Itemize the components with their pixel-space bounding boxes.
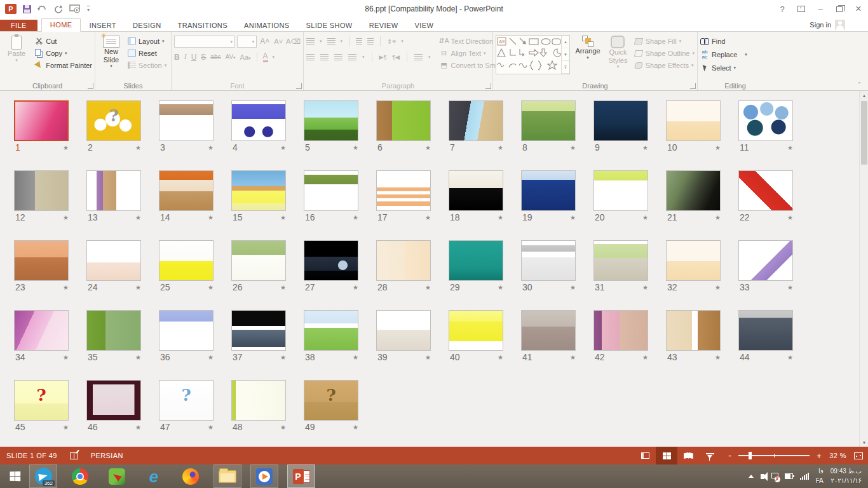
subscript-button[interactable]: abc (210, 53, 220, 60)
slide-thumbnail-25[interactable] (159, 240, 214, 281)
slide-thumbnail-16[interactable] (304, 170, 358, 211)
redo-icon[interactable] (54, 5, 63, 13)
cut-button[interactable]: Cut (34, 35, 92, 47)
transition-star-icon[interactable]: ★ (280, 144, 286, 151)
slide-thumbnail-35[interactable] (86, 310, 141, 351)
increase-indent-button[interactable] (367, 38, 374, 44)
taskbar-file-explorer[interactable] (214, 464, 241, 488)
slide-thumbnail-11[interactable] (738, 100, 793, 141)
normal-view-button[interactable] (634, 447, 656, 464)
transition-star-icon[interactable]: ★ (135, 354, 141, 361)
slide-thumbnail-49[interactable]: ? (304, 380, 358, 421)
underline-button[interactable]: U (191, 53, 197, 62)
slide-thumbnail-6[interactable] (376, 100, 431, 141)
transition-star-icon[interactable]: ★ (208, 144, 214, 151)
transition-star-icon[interactable]: ★ (135, 424, 141, 431)
slide-thumbnail-12[interactable] (14, 170, 69, 211)
transition-star-icon[interactable]: ★ (425, 144, 431, 151)
spell-check-button[interactable] (64, 447, 85, 464)
character-spacing-button[interactable]: AV▾ (225, 53, 235, 60)
gallery-scroll-up-icon[interactable]: ▲ (562, 36, 569, 48)
transition-star-icon[interactable]: ★ (498, 354, 503, 361)
section-button[interactable]: Section▾ (127, 59, 166, 71)
font-name-combo[interactable]: ▾ (174, 36, 235, 48)
transition-star-icon[interactable]: ★ (715, 144, 721, 151)
collapse-ribbon-button[interactable]: ⌃ (857, 81, 862, 88)
slide-thumbnail-4[interactable] (231, 100, 286, 141)
slide-thumbnail-13[interactable] (86, 170, 141, 211)
slide-thumbnail-42[interactable] (593, 310, 648, 351)
start-from-beginning-icon[interactable] (69, 4, 81, 13)
slide-thumbnail-43[interactable] (666, 310, 721, 351)
transition-star-icon[interactable]: ★ (353, 424, 358, 431)
transition-star-icon[interactable]: ★ (353, 214, 358, 221)
vertical-scrollbar[interactable]: ▲ ▼ (859, 91, 868, 447)
transition-star-icon[interactable]: ★ (425, 214, 431, 221)
slide-thumbnail-47[interactable]: ? (159, 380, 214, 421)
align-center-button[interactable] (320, 54, 329, 60)
transition-star-icon[interactable]: ★ (787, 284, 793, 291)
bullets-button[interactable] (306, 38, 315, 44)
tab-home[interactable]: HOME (41, 18, 81, 32)
slide-thumbnail-3[interactable] (159, 100, 214, 141)
slide-thumbnail-39[interactable] (376, 310, 431, 351)
scrollbar-thumb[interactable] (861, 101, 867, 165)
slide-thumbnail-24[interactable] (86, 240, 141, 281)
shapes-gallery-scrollbar[interactable]: ▲ ▼ ⊽ (561, 36, 569, 74)
transition-star-icon[interactable]: ★ (498, 144, 503, 151)
tab-view[interactable]: VIEW (406, 20, 442, 32)
format-painter-button[interactable]: Format Painter (34, 59, 92, 71)
transition-star-icon[interactable]: ★ (570, 214, 576, 221)
columns-button[interactable] (414, 54, 423, 60)
slide-thumbnail-36[interactable] (159, 310, 214, 351)
transition-star-icon[interactable]: ★ (715, 284, 721, 291)
arrange-button[interactable]: Arrange▾ (574, 34, 602, 74)
transition-star-icon[interactable]: ★ (353, 144, 358, 151)
transition-star-icon[interactable]: ★ (63, 354, 69, 361)
transition-star-icon[interactable]: ★ (208, 284, 214, 291)
left-to-right-button[interactable]: ▶¶ (379, 54, 387, 60)
slide-thumbnail-14[interactable] (159, 170, 214, 211)
slide-thumbnail-44[interactable] (738, 310, 793, 351)
increase-font-size-button[interactable]: A˄ (259, 36, 271, 48)
slide-thumbnail-29[interactable] (449, 240, 503, 281)
language-indicator[interactable]: PERSIAN (85, 447, 130, 464)
volume-icon[interactable] (761, 474, 764, 479)
font-dialog-launcher[interactable] (296, 83, 302, 89)
transition-star-icon[interactable]: ★ (280, 354, 286, 361)
transition-star-icon[interactable]: ★ (570, 354, 576, 361)
transition-star-icon[interactable]: ★ (570, 144, 576, 151)
clipboard-dialog-launcher[interactable] (88, 83, 93, 89)
slide-thumbnail-45[interactable]: ? (14, 380, 69, 421)
save-icon[interactable] (23, 5, 31, 13)
slide-sorter-view-button[interactable] (656, 447, 677, 464)
transition-star-icon[interactable]: ★ (208, 354, 214, 361)
transition-star-icon[interactable]: ★ (642, 214, 648, 221)
copy-button[interactable]: Copy▾ (34, 47, 92, 59)
slide-thumbnail-40[interactable] (449, 310, 503, 351)
font-color-caret[interactable]: ▾ (273, 55, 275, 60)
taskbar-powerpoint[interactable]: P (287, 464, 315, 488)
slide-thumbnail-8[interactable] (521, 100, 576, 141)
customize-qat-icon[interactable]: ▾ (87, 6, 90, 13)
line-spacing-button[interactable]: ⇕≡ (387, 38, 396, 45)
minimize-button[interactable]: – (811, 0, 830, 18)
change-case-button[interactable]: Aa▾ (240, 53, 251, 61)
slide-thumbnail-1[interactable] (14, 100, 69, 141)
battery-icon[interactable] (785, 473, 793, 479)
help-button[interactable]: ? (773, 0, 792, 18)
align-right-button[interactable] (334, 54, 342, 60)
numbering-button[interactable] (327, 38, 336, 44)
shape-fill-button[interactable]: Shape Fill▾ (634, 35, 695, 47)
transition-star-icon[interactable]: ★ (280, 424, 286, 431)
transition-star-icon[interactable]: ★ (63, 144, 69, 151)
transition-star-icon[interactable]: ★ (280, 214, 286, 221)
font-size-combo[interactable]: ▾ (237, 36, 257, 48)
slide-thumbnail-26[interactable] (231, 240, 286, 281)
transition-star-icon[interactable]: ★ (642, 284, 648, 291)
start-button[interactable] (0, 464, 29, 488)
transition-star-icon[interactable]: ★ (280, 284, 286, 291)
taskbar-internet-explorer[interactable]: e (140, 464, 168, 488)
taskbar-firefox[interactable] (177, 464, 205, 488)
network-signal-icon[interactable] (800, 473, 809, 480)
